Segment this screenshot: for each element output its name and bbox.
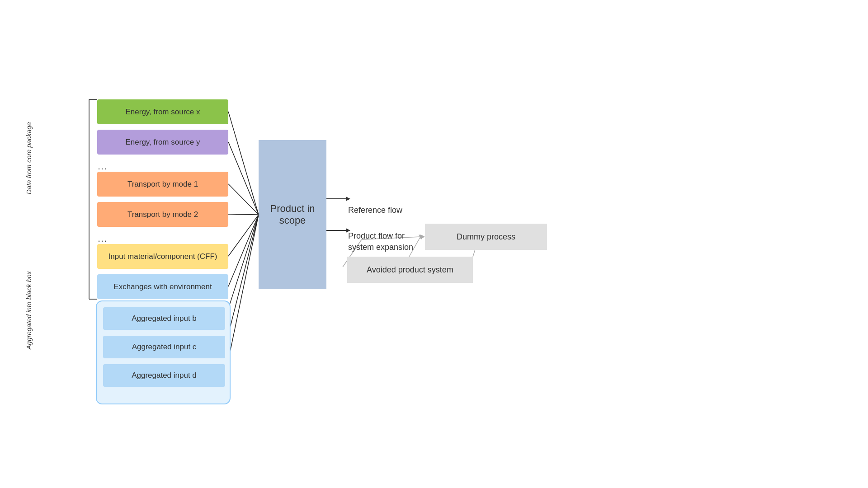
label-core-package: Data from core package [25,122,33,194]
svg-line-9 [225,215,259,319]
label-reference-flow: Reference flow [348,206,402,215]
box-transport-1: Transport by mode 1 [97,172,228,197]
svg-line-8 [228,215,259,286]
box-exchanges: Exchanges with environment [97,274,228,299]
dummy-process-box: Dummy process [425,224,547,250]
dots-2: … [97,233,107,244]
svg-marker-17 [420,235,425,239]
svg-line-7 [228,215,259,256]
dots-1: … [97,160,107,172]
svg-line-6 [228,214,259,215]
box-input-material: Input material/component (CFF) [97,244,228,269]
box-energy-x: Energy, from source x [97,99,228,124]
svg-line-3 [228,112,259,215]
box-agg-d: Aggregated input d [103,364,225,387]
svg-line-4 [228,142,259,215]
label-product-flow: Product flow forsystem expansion [348,230,413,253]
avoided-product-system-box: Avoided product system [347,257,473,283]
diagram: Data from core package Aggregated into b… [0,0,868,488]
box-agg-c: Aggregated input c [103,336,225,358]
box-energy-y: Energy, from source y [97,130,228,155]
svg-marker-20 [419,235,424,239]
svg-line-5 [228,184,259,215]
box-transport-2: Transport by mode 2 [97,202,228,227]
svg-marker-13 [346,197,350,201]
product-in-scope-box: Product in scope [259,140,326,289]
label-aggregated: Aggregated into black box [25,271,33,349]
box-agg-b: Aggregated input b [103,307,225,330]
